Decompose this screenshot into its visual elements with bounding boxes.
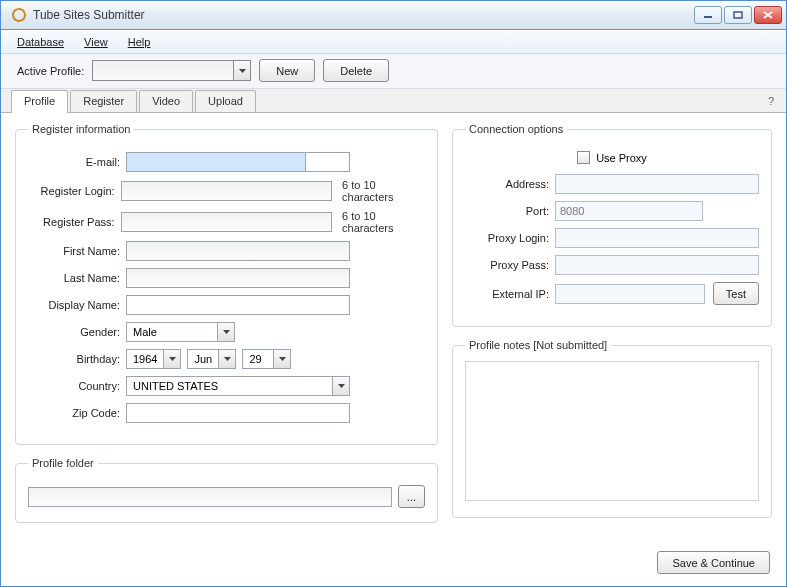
first-name-label: First Name: (28, 245, 120, 257)
connection-options-legend: Connection options (465, 123, 567, 135)
tab-content: Register information E-mail: Register Lo… (1, 113, 786, 545)
maximize-button[interactable] (724, 6, 752, 24)
register-pass-field[interactable] (121, 212, 332, 232)
gender-value: Male (127, 326, 217, 338)
display-name-field[interactable] (126, 295, 350, 315)
footer: Save & Continue (1, 545, 786, 586)
use-proxy-label: Use Proxy (596, 152, 647, 164)
port-field[interactable] (555, 201, 703, 221)
profile-folder-field[interactable] (28, 487, 392, 507)
external-ip-field[interactable] (555, 284, 705, 304)
active-profile-input[interactable] (93, 61, 233, 80)
email-field[interactable] (126, 152, 306, 172)
chevron-down-icon[interactable] (163, 350, 180, 368)
first-name-field[interactable] (126, 241, 350, 261)
profile-notes-textarea[interactable] (465, 361, 759, 501)
profile-notes-legend: Profile notes [Not submitted] (465, 339, 611, 351)
external-ip-label: External IP: (465, 288, 549, 300)
tab-profile[interactable]: Profile (11, 90, 68, 113)
active-profile-label: Active Profile: (17, 65, 84, 77)
country-label: Country: (28, 380, 120, 392)
tab-upload[interactable]: Upload (195, 90, 256, 112)
test-button[interactable]: Test (713, 282, 759, 305)
profile-folder-legend: Profile folder (28, 457, 98, 469)
app-icon (11, 7, 27, 23)
address-label: Address: (465, 178, 549, 190)
new-button[interactable]: New (259, 59, 315, 82)
proxy-pass-label: Proxy Pass: (465, 259, 549, 271)
birthday-year-value: 1964 (127, 353, 163, 365)
proxy-login-label: Proxy Login: (465, 232, 549, 244)
login-hint: 6 to 10 characters (342, 179, 425, 203)
tab-register[interactable]: Register (70, 90, 137, 112)
help-icon[interactable]: ? (768, 95, 774, 107)
menubar: Database View Help (1, 30, 786, 53)
profile-toolbar: Active Profile: New Delete (1, 54, 786, 89)
proxy-login-field[interactable] (555, 228, 759, 248)
birthday-year-select[interactable]: 1964 (126, 349, 181, 369)
delete-button[interactable]: Delete (323, 59, 389, 82)
window-controls (694, 6, 782, 24)
register-information-legend: Register information (28, 123, 134, 135)
active-profile-combo[interactable] (92, 60, 251, 81)
pass-hint: 6 to 10 characters (342, 210, 425, 234)
connection-options-group: Connection options Use Proxy Address: Po… (452, 123, 772, 327)
email-field-extra[interactable] (306, 152, 350, 172)
tabbar: Profile Register Video Upload ? (1, 89, 786, 113)
save-continue-button[interactable]: Save & Continue (657, 551, 770, 574)
register-information-group: Register information E-mail: Register Lo… (15, 123, 438, 445)
use-proxy-checkbox[interactable] (577, 151, 590, 164)
svg-rect-2 (734, 12, 742, 18)
port-label: Port: (465, 205, 549, 217)
email-label: E-mail: (28, 156, 120, 168)
tab-video[interactable]: Video (139, 90, 193, 112)
display-name-label: Display Name: (28, 299, 120, 311)
zip-code-label: Zip Code: (28, 407, 120, 419)
birthday-day-select[interactable]: 29 (242, 349, 291, 369)
gender-label: Gender: (28, 326, 120, 338)
close-button[interactable] (754, 6, 782, 24)
chevron-down-icon[interactable] (218, 350, 235, 368)
chevron-down-icon[interactable] (233, 61, 250, 80)
menu-database[interactable]: Database (9, 33, 72, 51)
profile-folder-group: Profile folder ... (15, 457, 438, 523)
birthday-label: Birthday: (28, 353, 120, 365)
minimize-button[interactable] (694, 6, 722, 24)
birthday-month-select[interactable]: Jun (187, 349, 236, 369)
menu-view[interactable]: View (76, 33, 116, 51)
country-value: UNITED STATES (127, 380, 332, 392)
zip-code-field[interactable] (126, 403, 350, 423)
birthday-month-value: Jun (188, 353, 218, 365)
address-field[interactable] (555, 174, 759, 194)
chevron-down-icon[interactable] (217, 323, 234, 341)
titlebar: Tube Sites Submitter (1, 1, 786, 30)
chevron-down-icon[interactable] (273, 350, 290, 368)
browse-button[interactable]: ... (398, 485, 425, 508)
register-login-field[interactable] (121, 181, 332, 201)
profile-notes-group: Profile notes [Not submitted] (452, 339, 772, 518)
country-select[interactable]: UNITED STATES (126, 376, 350, 396)
app-window: Tube Sites Submitter Database View Help … (0, 0, 787, 587)
register-pass-label: Register Pass: (28, 216, 115, 228)
birthday-day-value: 29 (243, 353, 273, 365)
last-name-field[interactable] (126, 268, 350, 288)
gender-select[interactable]: Male (126, 322, 235, 342)
menu-help[interactable]: Help (120, 33, 159, 51)
window-title: Tube Sites Submitter (33, 8, 694, 22)
chevron-down-icon[interactable] (332, 377, 349, 395)
register-login-label: Register Login: (28, 185, 115, 197)
last-name-label: Last Name: (28, 272, 120, 284)
proxy-pass-field[interactable] (555, 255, 759, 275)
